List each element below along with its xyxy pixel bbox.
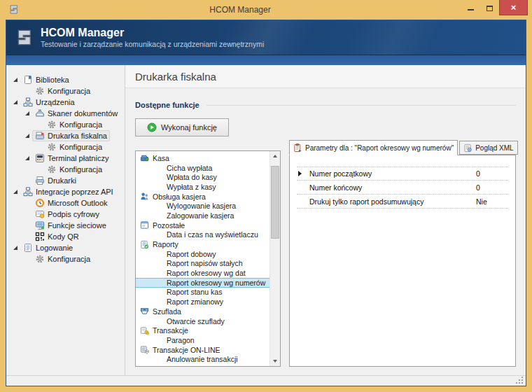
tree-node-content[interactable]: Konfiguracja xyxy=(32,85,93,97)
tree-node-content[interactable]: Logowanie xyxy=(20,242,76,253)
function-transakcje-on-line[interactable]: Transakcje ON-LINE xyxy=(136,345,270,355)
function-szuflada[interactable]: Szuflada xyxy=(136,307,270,316)
tree-item-drukarki[interactable]: Drukarki xyxy=(6,175,125,186)
function-paragon[interactable]: Paragon xyxy=(136,335,270,345)
function-transakcje[interactable]: Transakcje xyxy=(136,326,270,335)
function-label: Transakcje ON-LINE xyxy=(153,346,220,354)
tree-item-terminal-p-atniczy[interactable]: Terminal płatniczy xyxy=(6,153,125,164)
function-label: Raporty xyxy=(153,240,178,248)
tree-node-content[interactable]: Integracje poprzez API xyxy=(20,186,116,197)
function-label: Data i czas na wyświetlaczu xyxy=(167,230,258,239)
function-wp-ata-do-kasy[interactable]: Wpłata do kasy xyxy=(136,172,270,182)
function-data-i-czas-na-wy-wietlaczu[interactable]: Data i czas na wyświetlaczu xyxy=(136,230,270,240)
function-raport-okresowy-wg-dat[interactable]: Raport okresowy wg dat xyxy=(136,268,270,278)
function-label: Raport zmianowy xyxy=(167,298,223,306)
tree-item-label: Integracje poprzez API xyxy=(36,188,113,196)
tree-node-content[interactable]: Funkcje sieciowe xyxy=(32,220,109,231)
tree-item-biblioteka[interactable]: Biblioteka xyxy=(6,74,125,85)
online-icon xyxy=(140,345,149,354)
function-raporty[interactable]: Raporty xyxy=(136,239,270,249)
function-label: Kasa xyxy=(153,154,169,162)
tree-item-funkcje-sieciowe[interactable]: Funkcje sieciowe xyxy=(6,220,125,231)
tree-item-logowanie[interactable]: Logowanie xyxy=(6,242,125,253)
tab-xml-preview[interactable]: Pogląd XML xyxy=(459,141,517,155)
parameter-value[interactable]: 0 xyxy=(476,183,508,192)
tree-node-content[interactable]: Biblioteka xyxy=(20,74,72,85)
tree-item-konfiguracja[interactable]: Konfiguracja xyxy=(6,119,125,130)
tree-node-content[interactable]: Microsoft Outlook xyxy=(32,197,111,209)
expander-icon[interactable] xyxy=(25,134,29,138)
function-label: Zalogowanie kasjera xyxy=(167,211,234,220)
parameters-tabpanel: Parametry dla : "Raport okresowy wg nume… xyxy=(289,139,516,367)
parameter-value[interactable]: Nie xyxy=(476,197,508,206)
tree-node-content[interactable]: Konfiguracja xyxy=(44,141,105,153)
function-raport-zmianowy[interactable]: Raport zmianowy xyxy=(136,297,270,307)
resize-grip-icon[interactable] xyxy=(522,382,523,384)
scrollbar-thumb[interactable] xyxy=(271,166,279,239)
function-zalogowanie-kasjera[interactable]: Zalogowanie kasjera xyxy=(136,211,270,220)
tree-item-kody-qr[interactable]: Kody QR xyxy=(6,231,125,242)
tree-item-podpis-cyfrowy[interactable]: Podpis cyfrowy xyxy=(6,209,125,220)
tree-item-konfiguracja[interactable]: Konfiguracja xyxy=(6,85,125,97)
cashier-icon xyxy=(140,192,149,201)
function-label: Raport okresowy wg dat xyxy=(167,269,246,277)
tree-node-content[interactable]: Kody QR xyxy=(32,231,82,242)
close-button[interactable]: × xyxy=(499,0,528,15)
function-label: Obsługa kasjera xyxy=(153,192,206,201)
function-label: Wypłata z kasy xyxy=(167,183,216,191)
tree-node-content[interactable]: Skaner dokumentów xyxy=(32,108,120,119)
tree-node-content[interactable]: Podpis cyfrowy xyxy=(32,209,102,220)
tree-node-content[interactable]: Urządzenia xyxy=(20,97,78,108)
content: BibliotekaKonfiguracjaUrządzeniaSkaner d… xyxy=(6,65,526,375)
function-cicha-wyp-ata[interactable]: Cicha wypłata xyxy=(136,163,270,173)
tree-item-urz-dzenia[interactable]: Urządzenia xyxy=(6,97,125,108)
tree-node-content[interactable]: Konfiguracja xyxy=(32,253,93,265)
maximize-button[interactable] xyxy=(480,0,499,15)
function-raport-dobowy[interactable]: Raport dobowy xyxy=(136,249,270,259)
tree-node-content[interactable]: Konfiguracja xyxy=(44,164,105,175)
tree-item-konfiguracja[interactable]: Konfiguracja xyxy=(6,164,125,175)
tree-node-content[interactable]: Konfiguracja xyxy=(44,119,105,130)
tree-node-content[interactable]: Drukarki xyxy=(32,175,79,186)
function-list-scrollbar[interactable] xyxy=(270,151,280,366)
function-anulowanie-transakcji[interactable]: Anulowanie transakcji xyxy=(136,354,270,364)
expander-icon[interactable] xyxy=(13,246,18,250)
tree-item-drukarka-fiskalna[interactable]: Drukarka fiskalna xyxy=(6,130,125,141)
expander-icon[interactable] xyxy=(25,156,29,160)
tree-item-integracje-poprzez-api[interactable]: Integracje poprzez API xyxy=(6,186,125,197)
tree-item-microsoft-outlook[interactable]: Microsoft Outlook xyxy=(6,197,125,209)
function-obs-uga-kasjera[interactable]: Obsługa kasjera xyxy=(136,192,270,202)
parameter-row-numer-ko-cowy[interactable]: Numer końcowy0 xyxy=(297,181,508,195)
function-pozosta-e[interactable]: Pozostałe xyxy=(136,220,270,230)
row-marker xyxy=(297,171,309,176)
parameter-row-drukuj-tylko-raport-podsumuwuj-cy[interactable]: Drukuj tylko raport podsumuwującyNie xyxy=(297,195,508,209)
terminal-icon xyxy=(35,153,45,163)
minimize-button[interactable] xyxy=(461,0,480,15)
expander-icon[interactable] xyxy=(13,100,18,104)
tree-item-konfiguracja[interactable]: Konfiguracja xyxy=(6,141,125,153)
expander-icon[interactable] xyxy=(13,190,18,194)
app-logo-icon xyxy=(8,4,19,15)
tree-node-content[interactable]: Terminal płatniczy xyxy=(32,153,111,164)
function-wylogowanie-kasjera[interactable]: Wylogowanie kasjera xyxy=(136,201,270,211)
gear-icon xyxy=(47,120,57,130)
signature-icon xyxy=(35,209,45,219)
function-kasa[interactable]: Kasa xyxy=(136,153,270,163)
scanner-icon xyxy=(35,108,45,118)
tree-item-konfiguracja[interactable]: Konfiguracja xyxy=(6,253,125,265)
function-raport-okresowy-wg-numer-w[interactable]: Raport okresowy wg numerów xyxy=(136,278,270,288)
scroll-down-button[interactable] xyxy=(270,356,280,366)
scroll-up-button[interactable] xyxy=(270,151,280,161)
tree-item-skaner-dokument-w[interactable]: Skaner dokumentów xyxy=(6,108,125,119)
function-raport-napis-w-sta-ych[interactable]: Raport napisów stałych xyxy=(136,259,270,269)
function-wyp-ata-z-kasy[interactable]: Wypłata z kasy xyxy=(136,182,270,192)
execute-function-button[interactable]: Wykonaj funkcję xyxy=(135,118,229,136)
function-raport-stanu-kas[interactable]: Raport stanu kas xyxy=(136,288,270,298)
function-otwarcie-szuflady[interactable]: Otwarcie szuflady xyxy=(136,316,270,326)
parameter-row-numer-pocz-tkowy[interactable]: Numer początkowy0 xyxy=(297,167,508,181)
tab-parameters[interactable]: Parametry dla : "Raport okresowy wg nume… xyxy=(289,140,458,155)
expander-icon[interactable] xyxy=(25,111,29,115)
expander-icon[interactable] xyxy=(13,78,18,82)
tree-node-content[interactable]: Drukarka fiskalna xyxy=(32,130,110,141)
parameter-value[interactable]: 0 xyxy=(476,169,508,178)
